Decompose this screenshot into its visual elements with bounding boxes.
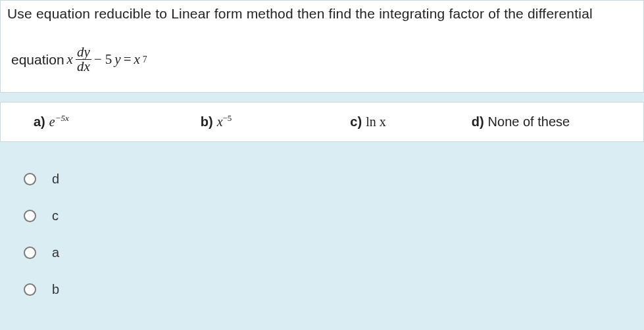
choice-a: a) e−5x — [34, 114, 69, 130]
radio-row-d[interactable]: d — [24, 160, 644, 197]
choice-b-exp: −5 — [223, 113, 232, 123]
radio-label: d — [52, 172, 59, 187]
choice-b: b) x−5 — [201, 114, 232, 130]
radio-icon[interactable] — [24, 247, 36, 259]
frac-den: dx — [76, 59, 91, 74]
choice-a-label: a) — [34, 114, 45, 130]
eq-x: x — [67, 51, 73, 68]
choice-b-expr: x−5 — [217, 114, 232, 130]
choice-b-label: b) — [201, 114, 213, 130]
answer-radio-group: d c a b — [24, 160, 644, 308]
radio-row-b[interactable]: b — [24, 271, 644, 308]
radio-row-c[interactable]: c — [24, 197, 644, 234]
radio-label: c — [52, 208, 59, 224]
choice-d-expr: None of these — [488, 114, 570, 130]
frac-num: dy — [76, 45, 91, 59]
choice-a-base: e — [49, 114, 55, 129]
choice-d: d) None of these — [472, 114, 570, 130]
question-card: Use equation reducible to Linear form me… — [0, 0, 644, 93]
radio-label: b — [52, 282, 59, 297]
inline-options-card: a) e−5x b) x−5 c) ln x d) None of these — [0, 102, 644, 142]
radio-row-a[interactable]: a — [24, 234, 644, 271]
eq-minus-5: − 5 — [94, 51, 112, 68]
eq-y: y — [114, 51, 120, 68]
choice-b-base: x — [217, 114, 223, 129]
choice-d-label: d) — [472, 114, 484, 130]
eq-word: equation — [11, 52, 64, 68]
eq-fraction: dy dx — [76, 45, 91, 74]
question-text-line1: Use equation reducible to Linear form me… — [7, 6, 637, 22]
choice-c-label: c) — [350, 114, 362, 130]
radio-label: a — [52, 245, 59, 260]
choice-a-expr: e−5x — [49, 114, 69, 130]
choice-a-exp: −5x — [55, 113, 69, 123]
radio-icon[interactable] — [24, 210, 36, 222]
radio-icon[interactable] — [24, 173, 36, 185]
question-equation: equation x dy dx − 5 y = x 7 — [11, 45, 637, 74]
eq-x2: x — [134, 51, 140, 68]
choice-c: c) ln x — [350, 114, 385, 130]
choice-c-expr: ln x — [366, 114, 386, 130]
radio-icon[interactable] — [24, 283, 36, 296]
eq-equals: = — [124, 51, 132, 68]
